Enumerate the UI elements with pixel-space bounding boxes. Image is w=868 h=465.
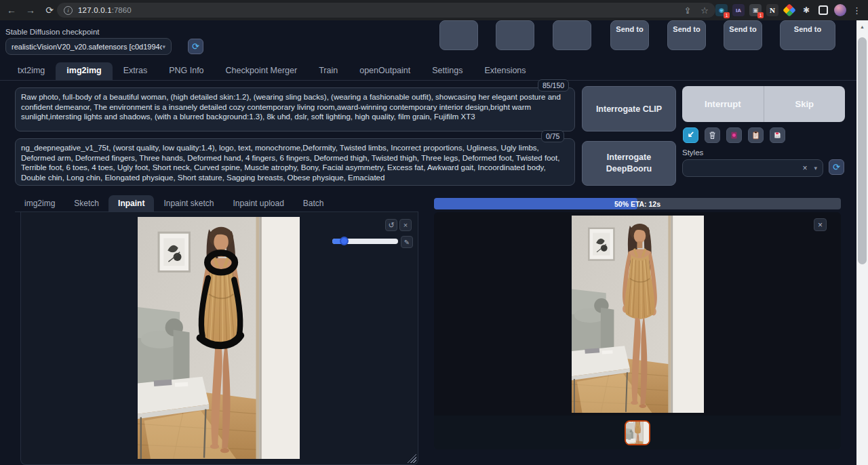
forward-icon[interactable]: →	[23, 3, 38, 18]
stop-button-group: Interrupt Skip	[682, 86, 845, 122]
prompt-token-counter: 85/150	[538, 79, 569, 92]
tab-img2img[interactable]: img2img	[56, 62, 112, 80]
clear-prompt-trash-icon[interactable]	[705, 127, 720, 143]
progress-bar: 50% ETA: 12s	[434, 198, 841, 209]
send-to-inpaint-button[interactable]: Send to	[667, 20, 706, 50]
refresh-styles-button[interactable]: ⟳	[829, 159, 844, 175]
chevron-down-icon: ▾	[814, 165, 817, 171]
img2img-mode-tabs: img2img Sketch Inpaint Inpaint sketch In…	[15, 195, 334, 211]
bookmark-star-icon[interactable]: ☆	[701, 5, 709, 16]
gallery-thumbnail-selected[interactable]	[625, 420, 650, 445]
profile-avatar[interactable]	[834, 4, 846, 16]
screen: ← → ⟳ i 127.0.0.1 :7860 ⇪ ☆ ◉1 IA ▣1 N ✱…	[0, 0, 868, 465]
extensions-puzzle-icon[interactable]: ✱	[800, 4, 812, 16]
output-gallery: ×	[434, 212, 841, 449]
result-image[interactable]	[572, 216, 704, 413]
subtab-img2img[interactable]: img2img	[15, 195, 64, 211]
url-bar[interactable]: i 127.0.0.1 :7860 ⇪ ☆	[57, 3, 715, 18]
extensions-area: ◉1 IA ▣1 N ✱ ⋮	[715, 0, 863, 20]
prompt-tools	[683, 127, 785, 143]
checkpoint-label: Stable Diffusion checkpoint	[5, 28, 100, 36]
inpaint-panel: ↺ × ✎	[20, 212, 418, 465]
apply-styles-clipboard-icon[interactable]	[748, 127, 764, 143]
extra-networks-card-icon[interactable]	[726, 127, 742, 143]
tab-train[interactable]: Train	[308, 62, 349, 80]
chevron-down-icon: ▾	[162, 43, 165, 50]
share-icon[interactable]: ⇪	[684, 5, 691, 16]
brush-slider-handle[interactable]	[340, 237, 349, 245]
progress-label: 50% ETA: 12s	[434, 198, 841, 209]
colorful-extension-icon[interactable]	[783, 4, 795, 16]
tab-txt2img[interactable]: txt2img	[7, 62, 56, 80]
brush-size-slider[interactable]	[332, 239, 398, 244]
save-style-floppy-icon[interactable]	[770, 127, 785, 143]
notion-extension-icon[interactable]: N	[766, 4, 778, 16]
subtab-batch[interactable]: Batch	[294, 195, 334, 211]
checkpoint-dropdown[interactable]: realisticVisionV20_v20.safetensors [c0d1…	[5, 38, 172, 55]
undo-icon[interactable]: ↺	[385, 219, 397, 231]
brush-icon[interactable]: ✎	[401, 236, 413, 248]
tab-extras[interactable]: Extras	[113, 62, 158, 80]
subtab-sketch[interactable]: Sketch	[64, 195, 108, 211]
open-folder-button[interactable]	[439, 20, 478, 50]
send-to-extras-button[interactable]: Send to	[724, 20, 762, 50]
subtab-inpaint[interactable]: Inpaint	[108, 195, 154, 211]
styles-dropdown[interactable]: × ▾	[682, 159, 823, 177]
tab-window-icon[interactable]	[817, 4, 829, 16]
zip-button[interactable]	[553, 20, 591, 50]
gallery-thumbnails	[434, 416, 841, 449]
scrollbar-up-icon[interactable]: ▲	[860, 24, 865, 29]
tab-settings[interactable]: Settings	[421, 62, 473, 80]
main-tabs: txt2img img2img Extras PNG Info Checkpoi…	[7, 62, 537, 80]
tabs-divider	[0, 80, 856, 81]
paste-params-icon[interactable]	[683, 127, 698, 143]
resize-grip[interactable]	[407, 453, 416, 463]
site-info-icon[interactable]: i	[64, 6, 73, 15]
send-to-openoutpaint-button[interactable]: Send to	[780, 20, 835, 50]
tab-openoutpaint[interactable]: openOutpaint	[349, 62, 421, 80]
extension-badge: 1	[757, 12, 764, 18]
negative-token-counter: 0/75	[541, 130, 564, 142]
tab-checkpoint-merger[interactable]: Checkpoint Merger	[215, 62, 309, 80]
url-port: :7860	[112, 6, 132, 14]
url-host: 127.0.0.1	[78, 6, 112, 14]
styles-label: Styles	[682, 148, 703, 157]
skip-button[interactable]: Skip	[764, 86, 846, 122]
clear-styles-icon[interactable]: ×	[802, 163, 807, 173]
extension-ia-icon[interactable]: IA	[732, 4, 745, 16]
negative-prompt-input[interactable]: ng_deepnegative_v1_75t, (worst quality, …	[15, 138, 575, 186]
back-icon[interactable]: ←	[4, 3, 19, 18]
extension-icon[interactable]: ◉1	[715, 4, 728, 16]
remove-image-icon[interactable]: ×	[399, 219, 412, 231]
prompt-input[interactable]: Raw photo, full-body of a beautiful woma…	[15, 87, 575, 132]
browser-toolbar: ← → ⟳ i 127.0.0.1 :7860 ⇪ ☆ ◉1 IA ▣1 N ✱…	[0, 0, 868, 20]
interrupt-button[interactable]: Interrupt	[682, 86, 764, 122]
close-gallery-icon[interactable]: ×	[814, 218, 827, 231]
checkpoint-value: realisticVisionV20_v20.safetensors [c0d1…	[12, 43, 162, 51]
subtab-inpaint-sketch[interactable]: Inpaint sketch	[154, 195, 223, 211]
interrogate-deepbooru-button[interactable]: Interrogate DeepBooru	[582, 141, 676, 186]
refresh-checkpoint-button[interactable]: ⟳	[188, 39, 203, 54]
inpaint-canvas-image[interactable]	[138, 217, 300, 459]
webui-page: Stable Diffusion checkpoint realisticVis…	[0, 20, 856, 465]
extension-icon[interactable]: ▣1	[749, 4, 762, 16]
tab-png-info[interactable]: PNG Info	[158, 62, 214, 80]
save-button[interactable]	[496, 20, 534, 50]
reload-icon[interactable]: ⟳	[42, 3, 57, 18]
subtab-inpaint-upload[interactable]: Inpaint upload	[223, 195, 293, 211]
extension-badge: 1	[724, 12, 730, 18]
interrogate-clip-button[interactable]: Interrogate CLIP	[582, 86, 676, 132]
scrollbar-thumb[interactable]	[858, 37, 867, 264]
send-to-img2img-button[interactable]: Send to	[610, 20, 649, 50]
browser-menu-icon[interactable]: ⋮	[851, 5, 863, 16]
page-scrollbar[interactable]: ▲	[856, 20, 868, 465]
tab-extensions[interactable]: Extensions	[473, 62, 536, 80]
